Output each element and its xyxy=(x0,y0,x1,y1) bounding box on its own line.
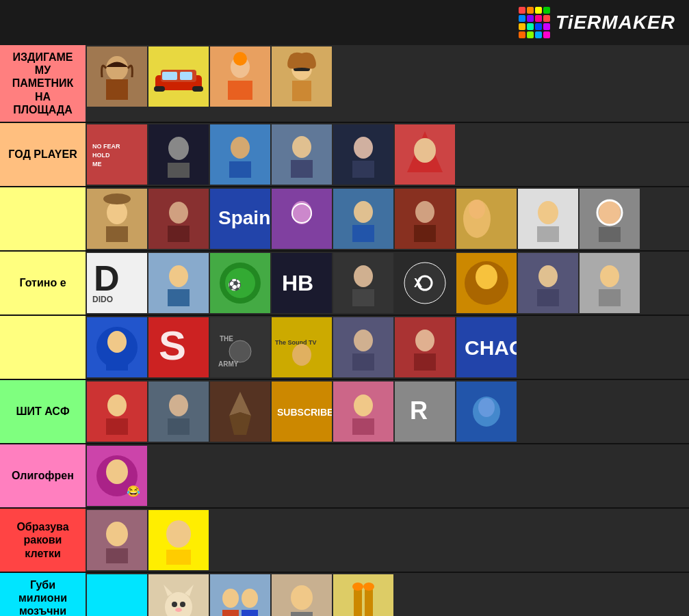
list-item xyxy=(272,189,332,249)
list-item: R xyxy=(395,381,455,442)
svg-rect-24 xyxy=(168,163,190,178)
svg-point-115 xyxy=(107,394,127,416)
svg-rect-159 xyxy=(354,588,362,616)
list-item xyxy=(272,124,332,185)
svg-rect-27 xyxy=(229,161,251,178)
tier-row-a: ГОД PLAYER NO FEARHOLDME xyxy=(0,123,689,187)
svg-point-132 xyxy=(478,398,495,417)
list-item xyxy=(87,381,147,442)
list-item xyxy=(456,253,517,313)
tier-label-f: Губи милиони мозъчни клетки xyxy=(0,573,86,616)
list-item: THEARMY xyxy=(210,317,270,377)
svg-rect-2 xyxy=(106,79,128,100)
svg-text:HOLD: HOLD xyxy=(92,152,110,159)
list-item xyxy=(395,317,455,377)
list-item xyxy=(580,253,640,313)
list-item xyxy=(87,189,147,249)
tier-label-b1 xyxy=(0,187,86,250)
svg-rect-150 xyxy=(210,574,270,616)
list-item xyxy=(210,574,270,616)
svg-rect-9 xyxy=(180,72,192,80)
svg-point-47 xyxy=(291,201,312,224)
svg-point-152 xyxy=(242,589,258,608)
svg-text:R: R xyxy=(410,397,428,425)
svg-point-162 xyxy=(363,582,374,591)
list-item xyxy=(518,189,578,249)
tier-items-c: SUBSCRIBE R xyxy=(86,380,689,443)
list-item xyxy=(580,189,640,249)
svg-point-86 xyxy=(476,265,497,289)
svg-rect-96 xyxy=(106,355,128,371)
svg-rect-8 xyxy=(162,72,177,80)
tier-row-c: ШИТ АСФ xyxy=(0,380,689,444)
tier-row-d: Олигофрен 😂 xyxy=(0,444,689,509)
list-item xyxy=(272,574,332,616)
svg-text:ARMY: ARMY xyxy=(218,360,239,368)
svg-point-59 xyxy=(538,201,558,224)
svg-point-88 xyxy=(538,265,558,287)
svg-point-151 xyxy=(222,589,239,608)
list-item xyxy=(148,381,209,442)
tier-row-e: Образува ракови клетки xyxy=(0,509,689,573)
svg-rect-64 xyxy=(599,227,621,242)
svg-rect-154 xyxy=(242,610,258,616)
svg-rect-60 xyxy=(537,226,559,242)
svg-point-148 xyxy=(180,602,185,607)
list-item xyxy=(333,253,393,313)
list-item xyxy=(210,124,270,185)
tier-label-b2: Готино е xyxy=(0,252,86,314)
list-item xyxy=(395,124,455,185)
svg-rect-127 xyxy=(352,418,374,435)
list-item xyxy=(333,189,393,249)
svg-rect-142 xyxy=(166,550,191,565)
tier-row-b1: SpainAlfa xyxy=(0,187,689,252)
tier-label-b3 xyxy=(0,316,86,379)
list-item xyxy=(148,124,209,185)
list-item xyxy=(148,510,209,570)
svg-rect-33 xyxy=(352,161,374,178)
list-item xyxy=(333,124,393,185)
svg-point-81 xyxy=(404,263,445,304)
list-item xyxy=(148,253,209,313)
list-item xyxy=(272,46,332,107)
list-item: SUBSCRIBE xyxy=(272,381,332,442)
tier-row-f: Губи милиони мозъчни клетки xyxy=(0,573,689,616)
svg-point-57 xyxy=(469,200,485,219)
list-item: ⚽ xyxy=(210,253,270,313)
svg-point-161 xyxy=(352,582,363,591)
tier-items-b2: DDIDO ⚽ HB xyxy=(86,252,689,314)
tier-label-s: ИЗДИГАМЕ МУ ПАМЕТНИК НА ПЛОЩАДА xyxy=(0,45,86,122)
list-item: DDIDO xyxy=(87,253,147,313)
list-item xyxy=(210,46,270,107)
tier-items-b1: SpainAlfa xyxy=(86,187,689,250)
svg-point-36 xyxy=(414,138,436,163)
svg-point-40 xyxy=(103,193,131,204)
svg-point-126 xyxy=(354,394,373,416)
svg-rect-79 xyxy=(352,289,374,306)
list-item xyxy=(210,381,270,442)
list-item xyxy=(87,574,147,616)
svg-point-38 xyxy=(107,201,127,224)
svg-text:ME: ME xyxy=(92,161,102,168)
list-item: NO FEARHOLDME xyxy=(87,124,147,185)
svg-point-42 xyxy=(169,202,188,224)
svg-rect-30 xyxy=(291,160,313,178)
svg-rect-157 xyxy=(291,612,313,616)
list-item: SpainAlfa xyxy=(210,189,270,249)
svg-text:S: S xyxy=(159,323,186,369)
svg-rect-89 xyxy=(537,289,559,306)
svg-point-32 xyxy=(354,137,373,159)
svg-text:⚽: ⚽ xyxy=(228,278,242,291)
tier-label-e: Образува ракови клетки xyxy=(0,509,86,572)
svg-text:SpainAlfa: SpainAlfa xyxy=(218,207,270,228)
list-item: 😂 xyxy=(87,446,147,506)
svg-text:CHAOS: CHAOS xyxy=(465,336,517,359)
list-item xyxy=(148,46,209,107)
svg-rect-153 xyxy=(222,610,239,616)
svg-point-107 xyxy=(354,330,373,351)
list-item xyxy=(518,253,578,313)
tier-items-b3: S THEARMY The Sound TV xyxy=(86,316,689,379)
list-item xyxy=(87,510,147,570)
svg-point-105 xyxy=(292,344,311,366)
svg-rect-160 xyxy=(365,588,373,616)
